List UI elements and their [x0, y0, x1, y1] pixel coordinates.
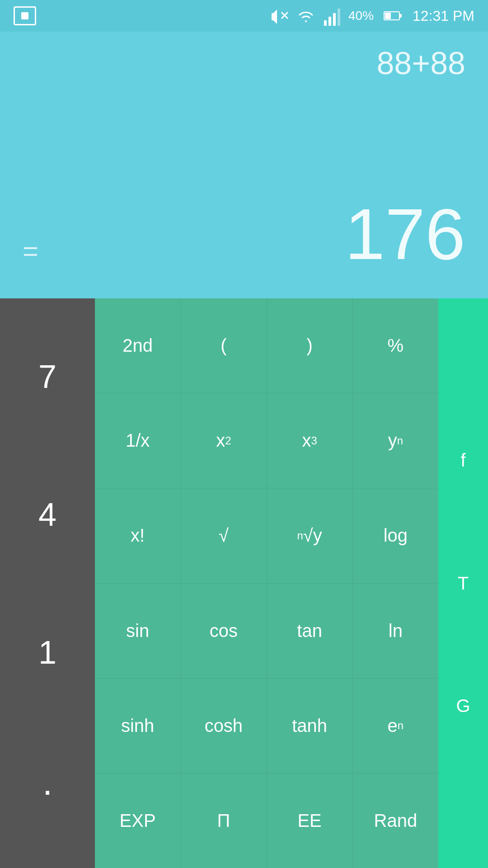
status-bar-right: 40% 12:31 PM: [268, 6, 474, 26]
right-column: f T G: [438, 298, 488, 868]
sci-row-4: sin cos tan ln: [95, 584, 438, 679]
key-dot[interactable]: ·: [0, 721, 95, 859]
key-reciprocal[interactable]: 1/x: [95, 393, 181, 488]
svg-rect-4: [333, 13, 336, 26]
key-pi[interactable]: Π: [181, 774, 267, 868]
right-key-T[interactable]: T: [438, 552, 488, 614]
key-log[interactable]: log: [353, 488, 438, 583]
key-sinh[interactable]: sinh: [95, 679, 181, 773]
key-2nd[interactable]: 2nd: [95, 298, 181, 393]
right-key-4[interactable]: [438, 491, 488, 553]
right-key-G[interactable]: G: [438, 675, 488, 736]
sci-row-3: x! √ n√y log: [95, 488, 438, 583]
sci-row-2: 1/x x2 x3 yn: [95, 393, 438, 488]
key-rand[interactable]: Rand: [353, 774, 438, 868]
screenshot-icon: [14, 6, 36, 25]
key-exp[interactable]: EXP: [95, 774, 181, 868]
status-bar-left: [14, 0, 36, 32]
key-tan[interactable]: tan: [267, 584, 353, 678]
key-tanh[interactable]: tanh: [267, 679, 353, 773]
scientific-panel: 2nd ( ) % 1/x x2 x3 yn x! √ n√y log sin …: [95, 298, 438, 868]
right-key-f[interactable]: f: [438, 430, 488, 491]
key-e-power-n[interactable]: en: [353, 679, 438, 773]
clock: 12:31 PM: [413, 8, 474, 24]
result-row: = 176: [23, 193, 465, 276]
key-sqrt[interactable]: √: [181, 488, 267, 583]
keypad-area: 7 4 1 · 2nd ( ) % 1/x x2 x3 yn x! √ n√y …: [0, 298, 488, 868]
key-1[interactable]: 1: [0, 583, 95, 721]
equals-sign: =: [23, 236, 38, 276]
key-close-paren[interactable]: ): [267, 298, 353, 393]
key-cos[interactable]: cos: [181, 584, 267, 678]
key-open-paren[interactable]: (: [181, 298, 267, 393]
key-sin[interactable]: sin: [95, 584, 181, 678]
wifi-icon: [296, 6, 316, 26]
key-cosh[interactable]: cosh: [181, 679, 267, 773]
result: 176: [345, 193, 465, 276]
right-key-6[interactable]: [438, 614, 488, 675]
sci-row-5: sinh cosh tanh en: [95, 679, 438, 774]
battery-percent: 40%: [348, 9, 374, 23]
display-area: 88+88 = 176: [0, 32, 488, 298]
right-key-2[interactable]: [438, 369, 488, 430]
right-key-9[interactable]: [438, 798, 488, 859]
key-x-cubed[interactable]: x3: [267, 393, 353, 488]
svg-rect-5: [338, 9, 340, 26]
key-factorial[interactable]: x!: [95, 488, 181, 583]
key-nth-root[interactable]: n√y: [267, 488, 353, 583]
key-ee[interactable]: EE: [267, 774, 353, 868]
mute-icon: [268, 6, 288, 26]
right-key-8[interactable]: [438, 736, 488, 798]
left-column: 7 4 1 ·: [0, 298, 95, 868]
svg-rect-3: [328, 17, 331, 26]
right-key-1[interactable]: [438, 307, 488, 369]
key-y-power-n[interactable]: yn: [353, 393, 438, 488]
key-x-squared[interactable]: x2: [181, 393, 267, 488]
key-4[interactable]: 4: [0, 445, 95, 583]
svg-rect-2: [324, 20, 327, 26]
key-7[interactable]: 7: [0, 307, 95, 445]
key-ln[interactable]: ln: [353, 584, 438, 678]
expression: 88+88: [376, 45, 465, 81]
battery-icon: [384, 11, 400, 20]
signal-icon: [324, 6, 340, 26]
status-bar: 40% 12:31 PM: [0, 0, 488, 32]
key-percent[interactable]: %: [353, 298, 438, 393]
sci-row-1: 2nd ( ) %: [95, 298, 438, 393]
sci-row-6: EXP Π EE Rand: [95, 774, 438, 868]
